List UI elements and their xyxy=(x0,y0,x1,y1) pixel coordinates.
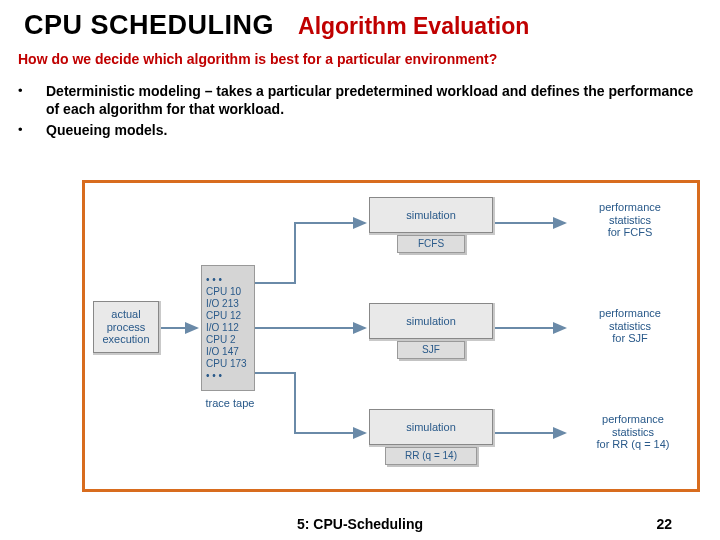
actual-process-label: actual process execution xyxy=(102,308,149,346)
list-item: • Deterministic modeling – takes a parti… xyxy=(18,83,702,118)
tape-line: CPU 173 xyxy=(206,358,247,370)
bullet-mark: • xyxy=(18,83,46,118)
algo-label-fcfs: FCFS xyxy=(418,238,444,250)
slide-title: CPU SCHEDULING xyxy=(24,10,274,41)
simulation-box-rr: simulation xyxy=(369,409,493,445)
footer-center: 5: CPU-Scheduling xyxy=(297,516,423,532)
trace-tape-label: trace tape xyxy=(195,397,265,410)
slide-footer: 5: CPU-Scheduling 22 xyxy=(0,516,720,532)
simulation-label: simulation xyxy=(406,421,456,434)
bullet-text: Deterministic modeling – takes a particu… xyxy=(46,83,702,118)
tape-line: CPU 2 xyxy=(206,334,235,346)
bullet-list: • Deterministic modeling – takes a parti… xyxy=(0,77,720,140)
bullet-mark: • xyxy=(18,122,46,140)
tape-line: • • • xyxy=(206,370,222,382)
perf-label-rr: performance statistics for RR (q = 14) xyxy=(571,413,695,451)
diagram: actual process execution • • • CPU 10 I/… xyxy=(85,183,697,489)
trace-tape-box: • • • CPU 10 I/O 213 CPU 12 I/O 112 CPU … xyxy=(201,265,255,391)
perf-label-sjf: performance statistics for SJF xyxy=(575,307,685,345)
simulation-label: simulation xyxy=(406,315,456,328)
diagram-frame: actual process execution • • • CPU 10 I/… xyxy=(82,180,700,492)
algo-label-sjf: SJF xyxy=(422,344,440,356)
simulation-box-sjf: simulation xyxy=(369,303,493,339)
tape-line: I/O 147 xyxy=(206,346,239,358)
simulation-label: simulation xyxy=(406,209,456,222)
simulation-box-fcfs: simulation xyxy=(369,197,493,233)
perf-label-fcfs: performance statistics for FCFS xyxy=(575,201,685,239)
algo-box-fcfs: FCFS xyxy=(397,235,465,253)
actual-process-box: actual process execution xyxy=(93,301,159,353)
tape-line: CPU 12 xyxy=(206,310,241,322)
tape-line: I/O 112 xyxy=(206,322,239,334)
tape-line: CPU 10 xyxy=(206,286,241,298)
slide-question: How do we decide which algorithm is best… xyxy=(0,45,720,77)
tape-line: I/O 213 xyxy=(206,298,239,310)
tape-line: • • • xyxy=(206,274,222,286)
bullet-text: Queueing models. xyxy=(46,122,702,140)
algo-box-rr: RR (q = 14) xyxy=(385,447,477,465)
algo-box-sjf: SJF xyxy=(397,341,465,359)
algo-label-rr: RR (q = 14) xyxy=(405,450,457,462)
list-item: • Queueing models. xyxy=(18,122,702,140)
page-number: 22 xyxy=(656,516,672,532)
slide-subtitle: Algorithm Evaluation xyxy=(298,13,529,40)
